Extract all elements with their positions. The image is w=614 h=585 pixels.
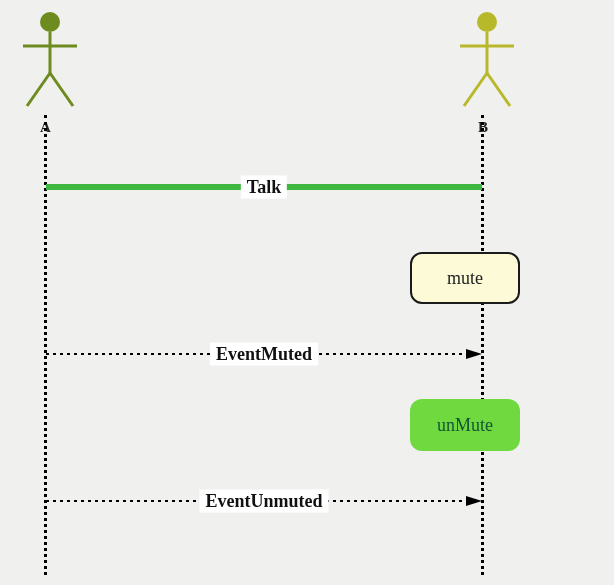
- event-unmuted-label: EventUnmuted: [199, 490, 328, 513]
- svg-line-8: [464, 73, 487, 106]
- sequence-diagram: A B Talk mute EventMuted unMute EventUnm…: [0, 0, 614, 585]
- message-talk-label: Talk: [241, 176, 287, 199]
- svg-line-3: [27, 73, 50, 106]
- svg-marker-13: [466, 496, 482, 506]
- svg-point-5: [477, 12, 497, 32]
- svg-line-9: [487, 73, 510, 106]
- node-unmute-label: unMute: [437, 415, 493, 436]
- svg-marker-11: [466, 349, 482, 359]
- node-mute: mute: [410, 252, 520, 304]
- actor-a: [10, 8, 90, 108]
- node-unmute: unMute: [410, 399, 520, 451]
- svg-point-0: [40, 12, 60, 32]
- svg-line-4: [50, 73, 73, 106]
- node-mute-label: mute: [447, 268, 483, 289]
- actor-a-icon: [15, 8, 85, 108]
- actor-b: [447, 8, 527, 108]
- actor-b-icon: [452, 8, 522, 108]
- event-muted-label: EventMuted: [210, 343, 318, 366]
